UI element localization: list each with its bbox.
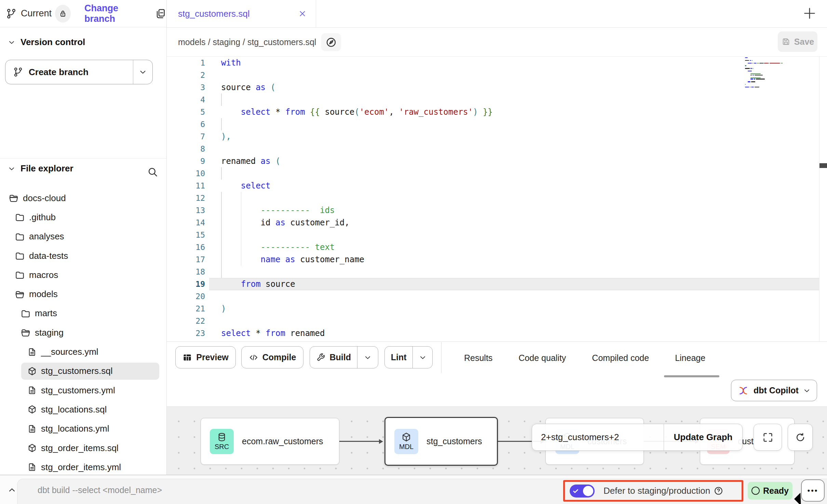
file-tree-item-stg-customers-yml[interactable]: stg_customers.yml — [0, 381, 166, 400]
lint-dropdown[interactable] — [412, 347, 432, 368]
save-button[interactable]: Save — [778, 31, 817, 52]
file-tree-item--sources-yml[interactable]: __sources.yml — [0, 342, 166, 361]
lineage-edge — [339, 441, 379, 442]
code-line — [221, 69, 493, 81]
file-tree-item--github[interactable]: .github — [0, 208, 166, 227]
line-number: 22 — [167, 315, 205, 327]
minimap-line — [748, 81, 750, 82]
refresh-button[interactable] — [788, 424, 813, 451]
minimap-line — [768, 63, 769, 64]
file-tree-item-stg-order-items-sql[interactable]: stg_order_items.sql — [0, 438, 166, 458]
copy-icon[interactable] — [155, 8, 166, 19]
status-bar: dbt build --select <model_name> Defer to… — [0, 475, 827, 504]
source-badge: SRC — [210, 429, 234, 454]
code-content[interactable]: withsource as ( select * from {{ source(… — [221, 57, 493, 342]
lineage-node-source[interactable]: SRC ecom.raw_customers — [201, 418, 339, 465]
panel-tab-code-quality[interactable]: Code quality — [518, 353, 566, 363]
file-explorer-header[interactable]: File explorer — [8, 163, 73, 174]
line-number: 24 — [167, 339, 205, 342]
git-branch-icon — [13, 67, 23, 77]
close-icon[interactable] — [298, 9, 307, 18]
code-line: renamed as ( — [221, 155, 493, 167]
scrollbar-thumb[interactable] — [819, 163, 827, 168]
code-line: name as customer_name — [221, 253, 493, 266]
create-branch-dropdown[interactable] — [133, 60, 152, 84]
version-control-header[interactable]: Version control — [8, 37, 85, 47]
file-tree-item-label: stg_customers.yml — [41, 385, 115, 396]
minimap-line — [745, 60, 749, 61]
minimap[interactable] — [742, 57, 802, 96]
fullscreen-button[interactable] — [754, 424, 782, 451]
folder-open-icon — [15, 289, 25, 299]
model-badge: MDL — [394, 429, 418, 454]
model-icon — [27, 443, 37, 453]
lineage-selector-input[interactable]: 2+stg_customers+2 — [532, 432, 664, 443]
minimap-line — [753, 68, 753, 69]
file-tree-item-staging[interactable]: staging — [0, 323, 166, 342]
file-tree-item-label: staging — [35, 327, 64, 338]
line-number: 20 — [167, 290, 205, 303]
preview-button[interactable]: Preview — [175, 346, 236, 368]
compile-button[interactable]: Compile — [241, 346, 303, 368]
code-line — [221, 229, 493, 241]
update-graph-button[interactable]: Update Graph — [664, 424, 742, 450]
lint-button[interactable]: Lint — [384, 346, 433, 368]
panel-tab-compiled-code[interactable]: Compiled code — [592, 353, 649, 363]
folder-icon — [15, 251, 25, 261]
panel-tab-results[interactable]: Results — [464, 353, 492, 363]
lineage-edge-arrow — [379, 439, 383, 444]
file-tree-item-label: macros — [29, 270, 58, 280]
code-editor[interactable]: 123456789101112131415161718192021222324 … — [167, 57, 827, 342]
dbt-copilot-button[interactable]: dbt Copilot — [731, 380, 817, 401]
file-tree-item-marts[interactable]: marts — [0, 304, 166, 323]
file-tree-item-stg-customers-sql[interactable]: stg_customers.sql — [0, 362, 166, 381]
collapse-panel-icon[interactable] — [7, 485, 17, 495]
file-tree-item-label: models — [29, 289, 58, 299]
file-tree-item-data-tests[interactable]: data-tests — [0, 246, 166, 265]
file-tree-item-stg-order-items-yml[interactable]: stg_order_items.yml — [0, 458, 166, 477]
copilot-compass-icon[interactable] — [321, 33, 341, 51]
divider — [441, 342, 442, 373]
code-line: id as customer_id, — [221, 216, 493, 229]
lineage-node-model-selected[interactable]: MDL stg_customers — [384, 417, 498, 466]
git-branch-icon — [6, 8, 17, 19]
line-number: 15 — [167, 229, 205, 241]
wrench-icon — [316, 353, 326, 362]
table-icon — [182, 353, 192, 362]
build-button[interactable]: Build — [310, 346, 378, 368]
new-tab-button[interactable] — [802, 5, 817, 21]
line-number: 8 — [167, 143, 205, 155]
node-label: ecom.raw_customers — [242, 436, 323, 446]
search-icon[interactable] — [147, 166, 159, 178]
file-tree-item-macros[interactable]: macros — [0, 265, 166, 284]
file-tree-item-label: analyses — [29, 231, 64, 242]
file-tree-item-models[interactable]: models — [0, 284, 166, 304]
build-dropdown[interactable] — [357, 347, 378, 368]
line-number: 17 — [167, 253, 205, 266]
minimap-line — [751, 87, 754, 87]
help-icon[interactable] — [714, 486, 723, 496]
create-branch-button[interactable]: Create branch — [5, 60, 153, 84]
code-line — [221, 167, 493, 180]
defer-label: Defer to staging/production — [604, 486, 710, 496]
lineage-canvas[interactable]: SRC ecom.raw_customers MDL stg_customers… — [167, 406, 827, 475]
file-tree-item-stg-locations-sql[interactable]: stg_locations.sql — [0, 400, 166, 419]
file-tree-item-docs-cloud[interactable]: docs-cloud — [0, 188, 166, 208]
line-number: 21 — [167, 303, 205, 315]
defer-toggle[interactable] — [570, 485, 595, 498]
file-tree-item-stg-locations-yml[interactable]: stg_locations.yml — [0, 419, 166, 438]
tab-stg-customers-sql[interactable]: stg_customers.sql — [167, 0, 316, 27]
line-number: 1 — [167, 57, 205, 69]
file-tree-item-label: stg_order_items.sql — [41, 443, 119, 453]
file-tree-item-label: .github — [29, 212, 56, 223]
minimap-line — [756, 79, 765, 79]
bottom-panel: Preview Compile Build Lint ResultsCode q… — [167, 342, 827, 406]
ready-status-icon — [751, 487, 760, 495]
code-line: select — [221, 180, 493, 192]
ready-label: Ready — [763, 486, 789, 496]
panel-tab-lineage[interactable]: Lineage — [675, 353, 705, 363]
code-line — [221, 266, 493, 278]
change-branch-link[interactable]: Change branch — [84, 3, 144, 24]
line-number: 12 — [167, 192, 205, 204]
file-tree-item-analyses[interactable]: analyses — [0, 227, 166, 246]
